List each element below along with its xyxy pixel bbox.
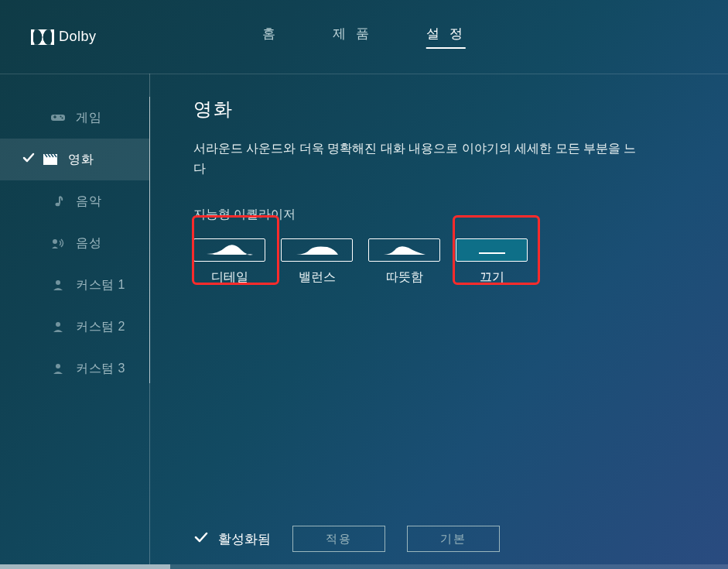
svg-point-15 [53, 239, 57, 244]
eq-shape-balance-icon [281, 238, 353, 262]
eq-option-label: 따뜻함 [386, 269, 423, 286]
horizontal-scrollbar[interactable] [0, 564, 728, 569]
svg-point-11 [62, 118, 63, 119]
eq-shape-off-icon [456, 238, 528, 262]
eq-shape-detail-icon [193, 238, 265, 262]
page-description: 서라운드 사운드와 더욱 명확해진 대화 내용으로 이야기의 세세한 모든 부분… [193, 139, 728, 179]
sidebar: 게임 영화 음악 음성 커스텀 1 [0, 74, 150, 564]
svg-rect-6 [52, 29, 54, 45]
eq-option-detail[interactable]: 디테일 [193, 234, 265, 292]
sidebar-item-label: 커스텀 2 [76, 319, 125, 335]
sidebar-item-label: 게임 [76, 110, 101, 126]
eq-option-off[interactable]: 끄기 [456, 234, 528, 292]
reset-button[interactable]: 기본 [407, 526, 500, 552]
clapperboard-icon [43, 153, 57, 166]
sidebar-item-voice[interactable]: 음성 [0, 222, 149, 264]
svg-point-4 [43, 29, 53, 45]
eq-option-label: 디테일 [211, 269, 248, 286]
gamepad-icon [51, 111, 65, 125]
sidebar-item-custom2[interactable]: 커스텀 2 [0, 306, 149, 348]
eq-option-label: 밸런스 [299, 269, 336, 286]
svg-point-14 [56, 203, 60, 207]
page-title: 영화 [193, 97, 728, 122]
check-icon [22, 151, 36, 168]
top-nav: 홈 제 품 설 정 [262, 25, 465, 49]
content-pane: 영화 서라운드 사운드와 더욱 명확해진 대화 내용으로 이야기의 세세한 모든… [150, 74, 728, 564]
sidebar-item-music[interactable]: 음악 [0, 180, 149, 222]
svg-rect-9 [54, 115, 55, 118]
svg-rect-12 [43, 157, 57, 165]
voice-icon [51, 236, 65, 250]
person-icon [51, 362, 65, 375]
svg-point-10 [60, 116, 62, 118]
status-label: 활성화됨 [218, 530, 271, 548]
svg-rect-5 [31, 29, 33, 45]
svg-point-17 [56, 322, 60, 327]
sidebar-item-label: 영화 [68, 152, 94, 168]
status-activated: 활성화됨 [193, 530, 271, 549]
brand-text: Dolby [59, 29, 97, 45]
nav-products[interactable]: 제 품 [333, 25, 372, 49]
nav-home[interactable]: 홈 [262, 25, 279, 49]
sidebar-item-movie[interactable]: 영화 [0, 139, 149, 180]
dolby-logo: Dolby [31, 29, 97, 45]
music-note-icon [51, 194, 65, 208]
apply-button[interactable]: 적용 [292, 526, 385, 552]
bottom-bar: 활성화됨 적용 기본 [193, 526, 500, 552]
check-icon [193, 530, 209, 549]
svg-point-18 [56, 364, 60, 368]
eq-option-label: 끄기 [480, 269, 504, 286]
sidebar-item-label: 음악 [76, 194, 101, 210]
person-icon [51, 320, 65, 334]
sidebar-item-custom3[interactable]: 커스텀 3 [0, 348, 149, 389]
eq-option-warm[interactable]: 따뜻함 [368, 234, 440, 292]
sidebar-item-game[interactable]: 게임 [0, 97, 149, 139]
nav-settings[interactable]: 설 정 [426, 25, 466, 49]
sidebar-item-custom1[interactable]: 커스텀 1 [0, 264, 149, 306]
person-icon [51, 278, 65, 292]
header: Dolby 홈 제 품 설 정 [0, 0, 728, 74]
scrollbar-thumb[interactable] [0, 564, 170, 569]
svg-point-16 [56, 280, 60, 285]
sidebar-item-label: 커스텀 1 [76, 277, 125, 293]
svg-point-3 [32, 29, 42, 45]
sidebar-item-label: 커스텀 3 [76, 361, 125, 377]
eq-section-label: 지능형 이퀄라이저 [193, 207, 728, 223]
eq-options: 디테일 밸런스 따뜻함 끄기 [193, 234, 728, 292]
eq-option-balance[interactable]: 밸런스 [281, 234, 353, 292]
sidebar-item-label: 음성 [76, 235, 101, 252]
dolby-logo-icon [31, 29, 54, 45]
eq-shape-warm-icon [368, 238, 440, 262]
